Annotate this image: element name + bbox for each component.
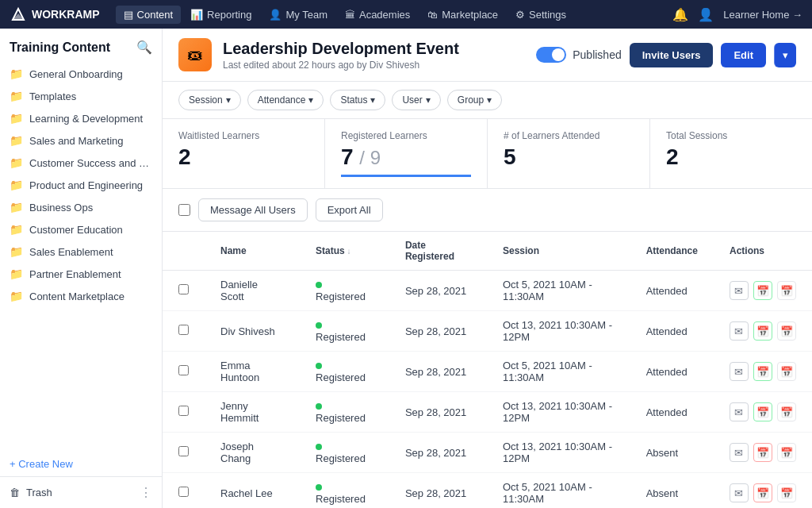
- folder-icon: 📁: [10, 290, 23, 302]
- nav-item-content[interactable]: ▤ Content: [116, 6, 182, 24]
- sidebar-header: Training Content 🔍: [0, 29, 162, 63]
- learner-name: Joseph Chang: [205, 433, 300, 473]
- published-toggle[interactable]: Published: [536, 47, 622, 63]
- nav-item-academies[interactable]: 🏛 Academies: [337, 6, 418, 24]
- invite-users-button[interactable]: Invite Users: [630, 43, 714, 67]
- sidebar-item-sales-marketing[interactable]: 📁 Sales and Marketing: [0, 129, 162, 152]
- email-action-icon[interactable]: ✉: [730, 483, 749, 502]
- select-all-checkbox[interactable]: [178, 204, 190, 216]
- nav-item-marketplace[interactable]: 🛍 Marketplace: [419, 6, 506, 24]
- create-new-link[interactable]: + Create New: [0, 452, 162, 476]
- nav-right: 🔔 👤 Learner Home →: [672, 7, 802, 22]
- learner-name: Div Shivesh: [205, 311, 300, 352]
- row-checkbox[interactable]: [178, 325, 189, 335]
- sidebar-item-business-ops[interactable]: 📁 Business Ops: [0, 196, 162, 218]
- row-checkbox[interactable]: [178, 487, 189, 497]
- search-icon[interactable]: 🔍: [136, 40, 152, 55]
- folder-icon: 📁: [10, 156, 23, 169]
- user-avatar-icon[interactable]: 👤: [698, 7, 714, 22]
- calendar-gray-icon[interactable]: 📅: [777, 281, 796, 300]
- chevron-down-icon: ▾: [226, 94, 231, 106]
- row-checkbox[interactable]: [178, 446, 189, 456]
- email-action-icon[interactable]: ✉: [730, 402, 749, 421]
- export-all-button[interactable]: Export All: [316, 198, 383, 221]
- attendance-status: Absent: [630, 433, 714, 473]
- more-options-icon[interactable]: ⋮: [140, 485, 152, 500]
- filter-user[interactable]: User ▾: [392, 90, 440, 110]
- sidebar-item-customer-success[interactable]: 📁 Customer Success and Supp...: [0, 152, 162, 174]
- calendar-action-icon[interactable]: 📅: [753, 402, 772, 421]
- sidebar-item-partner-enablement[interactable]: 📁 Partner Enablement: [0, 263, 162, 285]
- table-row: Div ShiveshRegisteredSep 28, 2021Oct 13,…: [163, 311, 812, 352]
- folder-icon: 📁: [10, 112, 23, 125]
- row-checkbox[interactable]: [178, 284, 189, 294]
- notifications-icon[interactable]: 🔔: [672, 7, 688, 22]
- trash-item[interactable]: 🗑 Trash: [10, 487, 52, 498]
- calendar-absent-icon[interactable]: 📅: [753, 483, 772, 502]
- filter-attendance[interactable]: Attendance ▾: [247, 90, 324, 110]
- nav-item-reporting[interactable]: 📊 Reporting: [182, 6, 259, 24]
- calendar-gray-icon[interactable]: 📅: [777, 402, 796, 421]
- date-registered: Sep 28, 2021: [389, 392, 487, 433]
- chevron-down-icon: ▾: [487, 94, 492, 106]
- email-action-icon[interactable]: ✉: [730, 362, 749, 381]
- main-layout: Training Content 🔍 📁 General Onboarding …: [0, 29, 812, 508]
- folder-icon: 📁: [10, 267, 23, 280]
- sidebar-item-sales-enablement[interactable]: 📁 Sales Enablement: [0, 241, 162, 263]
- filter-status[interactable]: Status ▾: [330, 90, 385, 110]
- calendar-gray-icon[interactable]: 📅: [777, 443, 796, 462]
- actions-cell: ✉📅📅: [714, 433, 812, 473]
- actions-cell: ✉📅📅: [714, 352, 812, 392]
- th-status[interactable]: Status: [300, 232, 389, 271]
- message-all-users-button[interactable]: Message All Users: [198, 198, 308, 221]
- learner-home-link[interactable]: Learner Home →: [723, 9, 802, 21]
- learner-status: Registered: [300, 433, 389, 473]
- calendar-action-icon[interactable]: 📅: [753, 281, 772, 300]
- sidebar-item-content-marketplace[interactable]: 📁 Content Marketplace: [0, 285, 162, 307]
- edit-button[interactable]: Edit: [721, 43, 766, 67]
- header-text: Leadership Development Event Last edited…: [223, 40, 525, 71]
- sidebar-item-templates[interactable]: 📁 Templates: [0, 85, 162, 107]
- toggle-switch[interactable]: [536, 47, 566, 63]
- email-action-icon[interactable]: ✉: [730, 443, 749, 462]
- logo[interactable]: WORKRAMP: [10, 6, 100, 23]
- learner-status: Registered: [300, 392, 389, 433]
- email-action-icon[interactable]: ✉: [730, 321, 749, 341]
- nav-items: ▤ Content 📊 Reporting 👤 My Team 🏛 Academ…: [116, 6, 673, 24]
- sidebar-item-learning-development[interactable]: 📁 Learning & Development: [0, 107, 162, 129]
- table-row: Jenny HemmittRegisteredSep 28, 2021Oct 1…: [163, 392, 812, 433]
- email-action-icon[interactable]: ✉: [730, 281, 749, 300]
- calendar-gray-icon[interactable]: 📅: [777, 362, 796, 381]
- attendance-status: Absent: [630, 473, 714, 509]
- calendar-action-icon[interactable]: 📅: [753, 321, 772, 341]
- status-dot-icon: [316, 444, 322, 450]
- sidebar-item-general-onboarding[interactable]: 📁 General Onboarding: [0, 63, 162, 85]
- nav-item-myteam[interactable]: 👤 My Team: [261, 6, 335, 24]
- page-header: 🎟 Leadership Development Event Last edit…: [163, 29, 812, 82]
- table-header-row: Name Status Date Registered Session Atte…: [163, 232, 812, 271]
- settings-icon: ⚙: [515, 9, 525, 21]
- calendar-absent-icon[interactable]: 📅: [753, 443, 772, 462]
- session-info: Oct 5, 2021 10AM - 11:30AM: [487, 473, 630, 509]
- table-row: Joseph ChangRegisteredSep 28, 2021Oct 13…: [163, 433, 812, 473]
- sidebar-item-product-engineering[interactable]: 📁 Product and Engineering: [0, 174, 162, 196]
- nav-item-settings[interactable]: ⚙ Settings: [508, 6, 574, 24]
- filter-session[interactable]: Session ▾: [178, 90, 241, 110]
- edit-dropdown-button[interactable]: ▾: [774, 43, 796, 67]
- sidebar-item-customer-education[interactable]: 📁 Customer Education: [0, 218, 162, 241]
- calendar-gray-icon[interactable]: 📅: [777, 483, 796, 502]
- status-dot-icon: [316, 363, 322, 369]
- status-dot-icon: [316, 282, 322, 288]
- row-checkbox[interactable]: [178, 365, 189, 375]
- folder-icon: 📁: [10, 179, 23, 191]
- learners-table: Name Status Date Registered Session Atte…: [163, 232, 812, 508]
- actions-cell: ✉📅📅: [714, 473, 812, 509]
- attendance-status: Attended: [630, 392, 714, 433]
- row-checkbox[interactable]: [178, 406, 189, 416]
- filters-bar: Session ▾ Attendance ▾ Status ▾ User ▾ G…: [163, 82, 812, 119]
- folder-icon: 📁: [10, 67, 23, 80]
- calendar-action-icon[interactable]: 📅: [753, 362, 772, 381]
- team-icon: 👤: [269, 9, 282, 21]
- filter-group[interactable]: Group ▾: [447, 90, 502, 110]
- calendar-gray-icon[interactable]: 📅: [777, 321, 796, 341]
